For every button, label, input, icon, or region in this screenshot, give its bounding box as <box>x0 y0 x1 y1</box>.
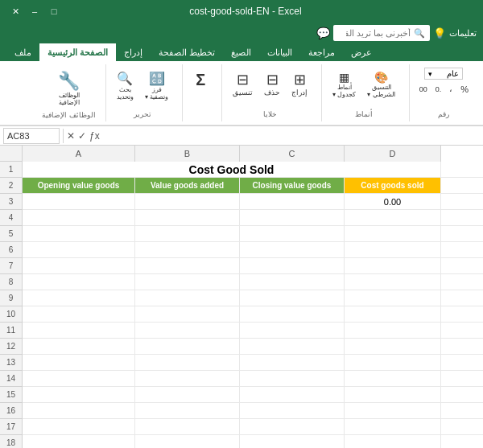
cell-d14[interactable] <box>345 371 441 386</box>
cell-b2[interactable]: Value goods added <box>135 178 240 193</box>
cell-c4[interactable] <box>240 210 345 225</box>
cell-d18[interactable] <box>345 435 441 448</box>
delete-cells-btn[interactable]: ⊟ حذف <box>260 68 284 100</box>
cell-b6[interactable] <box>135 242 240 257</box>
search-box[interactable]: 🔍 <box>333 25 430 41</box>
tab-page-layout[interactable]: تخطيط الصفحة <box>151 43 223 61</box>
tab-formulas[interactable]: الصيغ <box>223 43 259 61</box>
cell-b9[interactable] <box>135 290 240 306</box>
decrease-decimal-btn[interactable]: 00 <box>416 81 431 97</box>
col-header-a[interactable]: A <box>23 146 135 162</box>
cell-b14[interactable] <box>135 371 240 386</box>
cell-a12[interactable] <box>23 339 135 354</box>
cell-a16[interactable] <box>23 403 135 418</box>
tab-data[interactable]: البيانات <box>259 43 300 61</box>
comma-btn[interactable]: ، <box>446 81 456 97</box>
confirm-formula-btn[interactable]: ✓ <box>78 130 86 142</box>
cell-d5[interactable] <box>345 226 441 241</box>
cell-d13[interactable] <box>345 355 441 370</box>
cell-c9[interactable] <box>240 290 345 306</box>
sort-filter-btn[interactable]: 🔠 فرزوتصفية ▾ <box>141 68 172 104</box>
cell-a9[interactable] <box>23 290 135 306</box>
cell-a14[interactable] <box>23 371 135 386</box>
autosum-btn[interactable]: Σ <box>189 68 212 92</box>
cell-a1[interactable]: Cost Good Sold <box>23 162 441 177</box>
cell-b12[interactable] <box>135 339 240 354</box>
cell-c5[interactable] <box>240 226 345 241</box>
minimize-button[interactable]: – <box>26 4 43 18</box>
conditional-formatting-btn[interactable]: 🎨 التنسيقالشرطي ▾ <box>363 68 398 101</box>
find-select-btn[interactable]: 🔍 بحثوتحديد <box>113 68 138 104</box>
cell-d7[interactable] <box>345 258 441 273</box>
cell-d15[interactable] <box>345 387 441 402</box>
cell-b16[interactable] <box>135 403 240 418</box>
cell-a13[interactable] <box>23 355 135 370</box>
tab-home[interactable]: الصفحة الرئيسية <box>39 43 116 61</box>
cell-b4[interactable] <box>135 210 240 225</box>
close-button[interactable]: ✕ <box>6 4 24 18</box>
cell-d2[interactable]: Cost goods sold <box>345 178 441 193</box>
cell-c11[interactable] <box>240 323 345 338</box>
cell-a10[interactable] <box>23 306 135 322</box>
cell-b11[interactable] <box>135 323 240 338</box>
cell-b3[interactable] <box>135 194 240 209</box>
cancel-formula-btn[interactable]: ✕ <box>67 130 75 142</box>
cell-d3[interactable]: 0.00 <box>345 194 441 209</box>
cell-c18[interactable] <box>240 435 345 448</box>
cell-c15[interactable] <box>240 387 345 402</box>
tab-file[interactable]: ملف <box>6 43 39 61</box>
col-header-b[interactable]: B <box>135 146 240 162</box>
cell-b15[interactable] <box>135 387 240 402</box>
cell-a6[interactable] <box>23 242 135 257</box>
cell-d17[interactable] <box>345 419 441 434</box>
percent-btn[interactable]: % <box>457 81 472 97</box>
insert-cells-btn[interactable]: ⊞ إدراج <box>287 68 312 100</box>
cell-d9[interactable] <box>345 290 441 306</box>
cell-a7[interactable] <box>23 258 135 273</box>
cell-d12[interactable] <box>345 339 441 354</box>
cell-a3[interactable] <box>23 194 135 209</box>
format-cells-btn[interactable]: ⊟ تنسيق <box>229 68 257 100</box>
cell-d8[interactable] <box>345 274 441 290</box>
cell-a4[interactable] <box>23 210 135 225</box>
cell-c8[interactable] <box>240 274 345 290</box>
cell-a17[interactable] <box>23 419 135 434</box>
cell-c12[interactable] <box>240 339 345 354</box>
cell-a5[interactable] <box>23 226 135 241</box>
cell-b13[interactable] <box>135 355 240 370</box>
cell-b8[interactable] <box>135 274 240 290</box>
cell-c6[interactable] <box>240 242 345 257</box>
col-header-c[interactable]: C <box>240 146 345 162</box>
cell-b5[interactable] <box>135 226 240 241</box>
cell-a18[interactable] <box>23 435 135 448</box>
cell-d16[interactable] <box>345 403 441 418</box>
cell-a11[interactable] <box>23 323 135 338</box>
tab-review[interactable]: مراجعة <box>300 43 343 61</box>
insert-function-btn[interactable]: ƒx <box>89 130 100 142</box>
cell-c3[interactable] <box>240 194 345 209</box>
maximize-button[interactable]: □ <box>45 4 63 18</box>
cell-d4[interactable] <box>345 210 441 225</box>
cell-c17[interactable] <box>240 419 345 434</box>
cell-d6[interactable] <box>345 242 441 257</box>
cell-c2[interactable]: Closing value goods <box>240 178 345 193</box>
number-format-dropdown-icon[interactable]: ▾ <box>428 70 432 78</box>
cell-c16[interactable] <box>240 403 345 418</box>
tab-insert[interactable]: إدراج <box>116 43 151 61</box>
cell-c14[interactable] <box>240 371 345 386</box>
cell-d11[interactable] <box>345 323 441 338</box>
cell-a15[interactable] <box>23 387 135 402</box>
increase-decimal-btn[interactable]: .0 <box>432 81 445 97</box>
cell-c7[interactable] <box>240 258 345 273</box>
formula-input[interactable] <box>103 130 480 142</box>
search-input[interactable] <box>346 28 411 38</box>
cell-b17[interactable] <box>135 419 240 434</box>
cell-c10[interactable] <box>240 306 345 322</box>
col-header-d[interactable]: D <box>345 146 441 162</box>
cell-a2[interactable]: Opening value goods <box>23 178 135 193</box>
format-as-table-btn[interactable]: ▦ أنماطكجدول ▾ <box>328 68 360 101</box>
cell-a8[interactable] <box>23 274 135 290</box>
cell-c13[interactable] <box>240 355 345 370</box>
help-label[interactable]: تعليمات <box>449 28 477 39</box>
cell-reference-input[interactable] <box>3 128 60 144</box>
